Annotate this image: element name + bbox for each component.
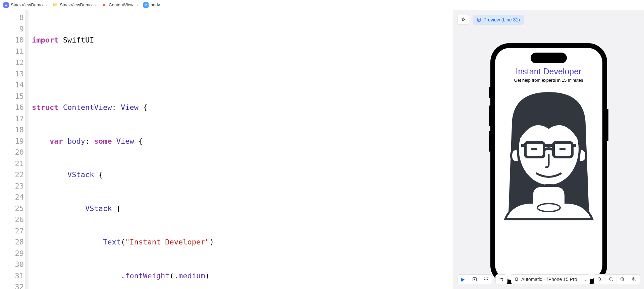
- type-view: View: [116, 137, 134, 145]
- member-fontweight: fontWeight: [125, 272, 169, 280]
- zoom-100-icon: [620, 277, 625, 282]
- breadcrumb-project[interactable]: StackViewDemo: [11, 2, 43, 7]
- line-number: 15: [0, 91, 24, 102]
- zoom-in-icon: [632, 277, 636, 282]
- user-avatar-image: [495, 85, 602, 226]
- member-medium: medium: [178, 272, 205, 280]
- device-screen: Instant Developer Get help from experts …: [495, 48, 602, 280]
- line-number: 27: [0, 225, 24, 237]
- keyword-var: var: [50, 137, 63, 145]
- line-number: 10: [0, 34, 24, 46]
- code-area[interactable]: import SwiftUI struct ContentView: View …: [29, 10, 453, 289]
- zoom-in-button[interactable]: [628, 275, 640, 284]
- chevron-right-icon: 〉: [136, 2, 141, 8]
- module-swiftui: SwiftUI: [63, 36, 94, 44]
- line-number-gutter: 8910111213141516171819202122232425262728…: [0, 10, 29, 289]
- zoom-out-button[interactable]: [594, 275, 605, 284]
- prop-body: body: [67, 137, 85, 145]
- side-button: [607, 109, 608, 141]
- line-number: 17: [0, 113, 24, 125]
- swift-file-icon: ◆: [101, 2, 107, 8]
- keyword-struct: struct: [32, 103, 58, 112]
- breadcrumb-file[interactable]: ContentView: [109, 2, 133, 7]
- line-number: 24: [0, 192, 24, 203]
- code-editor[interactable]: 8910111213141516171819202122232425262728…: [0, 10, 453, 289]
- live-preview-controls: ▶: [457, 274, 492, 284]
- preview-chip-label: Preview (Line 31): [483, 17, 520, 22]
- zoom-out-icon: [597, 277, 602, 282]
- line-number: 23: [0, 180, 24, 192]
- svg-point-16: [502, 280, 503, 280]
- svg-rect-10: [486, 278, 486, 278]
- type-view: View: [121, 103, 139, 112]
- zoom-fit-icon: [609, 277, 613, 282]
- app-subtitle: Get help from experts in 15 minutes: [514, 78, 583, 83]
- settings-icon: [499, 277, 504, 282]
- zoom-fit-button[interactable]: [605, 275, 617, 284]
- line-number: 30: [0, 259, 24, 270]
- svg-rect-12: [484, 279, 485, 280]
- phone-icon: [515, 277, 519, 282]
- breadcrumb-folder[interactable]: StackViewDemo: [60, 2, 92, 7]
- line-number: 8: [0, 12, 24, 23]
- document-icon: [477, 17, 481, 22]
- line-number: 9: [0, 23, 24, 35]
- breadcrumb-symbol[interactable]: body: [151, 2, 160, 7]
- line-number: 28: [0, 236, 24, 248]
- line-number: 12: [0, 57, 24, 68]
- keyword-some: some: [94, 137, 112, 145]
- breadcrumb: ▲ StackViewDemo 〉 📁 StackViewDemo 〉 ◆ Co…: [0, 0, 644, 10]
- variants-button[interactable]: [480, 275, 492, 284]
- play-button[interactable]: ▶: [458, 275, 469, 284]
- line-number: 14: [0, 79, 24, 91]
- svg-point-15: [500, 278, 501, 279]
- selectable-mode-button[interactable]: [469, 275, 480, 284]
- line-number: 25: [0, 203, 24, 214]
- svg-rect-11: [487, 278, 488, 278]
- type-contentview: ContentView: [63, 103, 112, 112]
- line-number: 26: [0, 214, 24, 225]
- svg-rect-5: [531, 148, 537, 150]
- grid-icon: [484, 277, 488, 282]
- line-number: 19: [0, 136, 24, 147]
- app-title: Instant Developer: [516, 67, 582, 76]
- line-number: 13: [0, 68, 24, 80]
- device-settings-button[interactable]: [495, 274, 507, 284]
- line-number: 31: [0, 270, 24, 282]
- zoom-controls: [594, 274, 640, 284]
- type-vstack: VStack: [67, 170, 94, 179]
- svg-rect-13: [486, 279, 486, 280]
- zoom-actual-button[interactable]: [617, 275, 628, 284]
- device-picker-label: Automatic – iPhone 15 Pro: [521, 277, 577, 282]
- svg-point-18: [517, 280, 517, 281]
- line-number: 22: [0, 169, 24, 180]
- line-number: 16: [0, 102, 24, 113]
- side-button: [489, 87, 491, 98]
- side-button: [489, 105, 491, 126]
- line-number: 18: [0, 124, 24, 136]
- line-number: 11: [0, 46, 24, 57]
- svg-point-20: [609, 278, 612, 280]
- chevron-right-icon: 〉: [45, 2, 50, 8]
- property-icon: P: [143, 2, 149, 8]
- preview-canvas: Preview (Line 31) Instant Developer Get …: [453, 10, 644, 289]
- folder-icon: 📁: [52, 2, 58, 8]
- svg-rect-6: [559, 148, 566, 150]
- device-picker[interactable]: Automatic – iPhone 15 Pro ⌄: [511, 274, 590, 284]
- type-vstack: VStack: [85, 204, 112, 213]
- line-number: 20: [0, 147, 24, 158]
- play-icon: ▶: [461, 277, 465, 282]
- dynamic-island: [531, 53, 567, 63]
- line-number: 29: [0, 248, 24, 259]
- selectable-icon: [472, 277, 477, 282]
- string-literal: "Instant Developer": [125, 238, 210, 246]
- chevron-down-icon: ⌄: [584, 278, 587, 281]
- type-text: Text: [103, 238, 121, 246]
- preview-location-chip[interactable]: Preview (Line 31): [473, 15, 524, 25]
- svg-rect-14: [487, 279, 488, 280]
- svg-rect-9: [484, 278, 485, 278]
- app-icon: ▲: [3, 2, 9, 8]
- pin-preview-button[interactable]: [457, 15, 469, 25]
- iphone-frame: Instant Developer Get help from experts …: [490, 43, 607, 284]
- line-number: 21: [0, 158, 24, 169]
